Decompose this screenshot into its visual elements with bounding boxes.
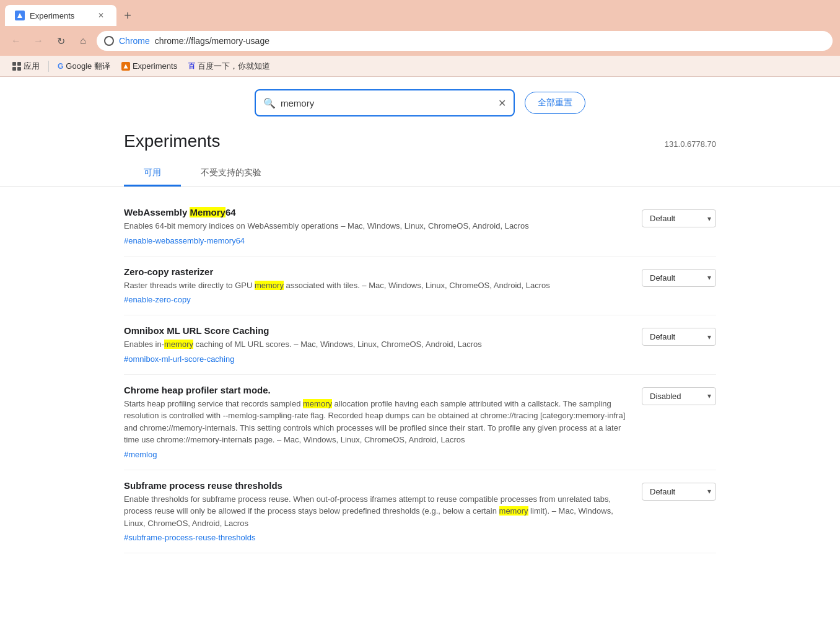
experiment-dropdown[interactable]: Default Enabled Disabled: [642, 269, 716, 287]
tab-bar: Experiments ✕ +: [0, 0, 840, 26]
experiment-item: Chrome heap profiler start mode. Starts …: [124, 375, 716, 470]
bookmarks-bar: 应用 G Google 翻译 Experiments 百 百度一下，你就知道: [0, 56, 840, 77]
experiments-header: Experiments 131.0.6778.70: [0, 126, 840, 151]
tab-close-button[interactable]: ✕: [95, 10, 107, 21]
url-text: chrome://flags/memory-usage: [155, 36, 269, 46]
apps-button[interactable]: 应用: [7, 58, 45, 74]
dropdown-wrap: Default Enabled Disabled: [642, 269, 716, 287]
experiment-item: Zero-copy rasterizer Raster threads writ…: [124, 257, 716, 316]
site-security-icon: [104, 36, 114, 46]
experiments-list: WebAssembly Memory64 Enables 64-bit memo…: [0, 187, 840, 563]
experiment-control: Default Enabled Disabled: [642, 387, 716, 405]
dropdown-wrap: Default Enabled Disabled: [642, 209, 716, 227]
bookmark-google-translate-label: Google 翻译: [66, 61, 110, 72]
experiment-item: WebAssembly Memory64 Enables 64-bit memo…: [124, 197, 716, 257]
experiment-desc: Enable thresholds for subframe process r…: [124, 493, 632, 530]
experiment-item: Omnibox ML URL Score Caching Enables in-…: [124, 315, 716, 375]
baidu-icon: 百: [188, 61, 195, 71]
dropdown-wrap: Default Enabled Disabled: [642, 483, 716, 501]
experiment-control: Default Enabled Disabled: [642, 328, 716, 346]
experiment-content: Zero-copy rasterizer Raster threads writ…: [124, 266, 632, 305]
apps-label: 应用: [24, 61, 40, 72]
tab-available[interactable]: 可用: [124, 161, 181, 187]
experiment-content: WebAssembly Memory64 Enables 64-bit memo…: [124, 207, 632, 246]
experiment-dropdown[interactable]: Default Enabled Disabled: [642, 387, 716, 405]
experiment-control: Default Enabled Disabled: [642, 209, 716, 227]
search-icon: 🔍: [263, 97, 276, 109]
experiment-control: Default Enabled Disabled: [642, 483, 716, 501]
bookmark-baidu-label: 百度一下，你就知道: [198, 61, 270, 72]
tab-favicon: [15, 11, 25, 20]
page-content: 🔍 ✕ 全部重置 Experiments 131.0.6778.70 可用 不受…: [0, 77, 840, 632]
experiment-name: Chrome heap profiler start mode.: [124, 385, 632, 395]
experiment-link[interactable]: #omnibox-ml-url-score-caching: [124, 354, 234, 364]
forward-button[interactable]: →: [30, 32, 47, 50]
experiment-link[interactable]: #enable-zero-copy: [124, 295, 191, 304]
experiment-link[interactable]: #memlog: [124, 450, 157, 459]
tab-unavailable[interactable]: 不受支持的实验: [181, 161, 281, 187]
version-text: 131.0.6778.70: [665, 139, 716, 149]
new-tab-button[interactable]: +: [119, 7, 136, 24]
bookmark-experiments[interactable]: Experiments: [116, 59, 182, 73]
bookmark-baidu[interactable]: 百 百度一下，你就知道: [183, 58, 275, 74]
experiment-content: Omnibox ML URL Score Caching Enables in-…: [124, 325, 632, 364]
experiment-desc: Enables in-memory caching of ML URL scor…: [124, 338, 632, 351]
experiment-content: Subframe process reuse thresholds Enable…: [124, 480, 632, 543]
dropdown-wrap: Default Enabled Disabled: [642, 328, 716, 346]
experiment-desc: Enables 64-bit memory indices on WebAsse…: [124, 220, 632, 232]
search-clear-button[interactable]: ✕: [498, 97, 506, 109]
translate-icon: G: [58, 62, 63, 71]
chrome-label: Chrome: [119, 36, 150, 46]
page-title: Experiments: [124, 131, 221, 151]
experiment-name: Omnibox ML URL Score Caching: [124, 325, 632, 336]
search-area: 🔍 ✕ 全部重置: [0, 77, 840, 126]
experiments-icon: [121, 62, 130, 71]
experiment-dropdown[interactable]: Default Enabled Disabled: [642, 209, 716, 227]
experiment-link[interactable]: #subframe-process-reuse-thresholds: [124, 533, 255, 542]
reload-button[interactable]: ↻: [52, 32, 69, 50]
experiment-link[interactable]: #enable-webassembly-memory64: [124, 236, 245, 245]
bookmark-experiments-label: Experiments: [133, 61, 177, 71]
svg-marker-1: [123, 64, 128, 68]
experiment-control: Default Enabled Disabled: [642, 269, 716, 287]
search-box: 🔍 ✕: [255, 89, 515, 116]
tabs-container: 可用 不受支持的实验: [0, 161, 840, 187]
apps-icon: [12, 62, 21, 71]
experiment-item: Subframe process reuse thresholds Enable…: [124, 470, 716, 554]
search-input[interactable]: [281, 98, 493, 108]
address-bar-area: ← → ↻ ⌂ Chrome chrome://flags/memory-usa…: [0, 26, 840, 56]
experiment-dropdown[interactable]: Default Enabled Disabled: [642, 328, 716, 346]
bookmarks-divider: [48, 61, 49, 72]
experiment-desc: Starts heap profiling service that recor…: [124, 398, 632, 446]
experiment-name: Zero-copy rasterizer: [124, 266, 632, 277]
experiment-dropdown[interactable]: Default Enabled Disabled: [642, 483, 716, 501]
experiment-content: Chrome heap profiler start mode. Starts …: [124, 385, 632, 460]
tab-title: Experiments: [30, 11, 90, 20]
home-button[interactable]: ⌂: [74, 32, 92, 50]
back-button[interactable]: ←: [7, 32, 25, 50]
svg-marker-0: [17, 13, 22, 18]
dropdown-wrap: Default Enabled Disabled: [642, 387, 716, 405]
experiment-desc: Raster threads write directly to GPU mem…: [124, 279, 632, 292]
active-tab[interactable]: Experiments ✕: [5, 5, 116, 26]
address-bar[interactable]: Chrome chrome://flags/memory-usage: [97, 31, 833, 51]
experiment-name: Subframe process reuse thresholds: [124, 480, 632, 491]
browser-frame: Experiments ✕ + ← → ↻ ⌂ Chrome chrome://…: [0, 0, 840, 632]
bookmark-google-translate[interactable]: G Google 翻译: [53, 58, 115, 74]
experiment-name: WebAssembly Memory64: [124, 207, 632, 217]
reset-all-button[interactable]: 全部重置: [525, 92, 585, 114]
